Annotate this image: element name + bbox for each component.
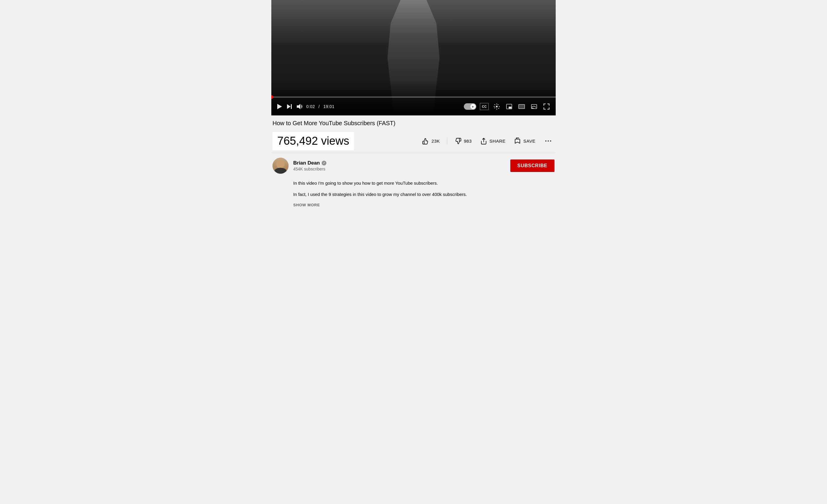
theater-button[interactable] [517,103,526,110]
share-label: SHARE [490,138,505,144]
video-title: How to Get More YouTube Subscribers (FAS… [271,119,556,127]
volume-button[interactable] [296,103,303,110]
verified-icon: ✓ [322,161,327,165]
svg-marker-1 [287,104,291,109]
fullscreen-button[interactable] [542,102,551,111]
svg-point-4 [496,106,498,107]
cast-button[interactable] [530,102,538,111]
save-button[interactable]: SAVE [513,135,537,147]
next-button[interactable] [286,103,293,110]
settings-button[interactable] [492,102,501,111]
channel-name[interactable]: Brian Dean ✓ [293,160,505,166]
subscriber-count: 454K subscribers [293,167,505,171]
like-divider [447,137,447,145]
channel-info-row: Brian Dean ✓ 454K subscribers SUBSCRIBE [271,153,556,178]
dislike-button[interactable]: 983 [453,135,473,147]
svg-rect-6 [509,107,511,108]
more-icon: ··· [545,137,552,145]
svg-rect-2 [291,104,292,109]
view-count: 765,492 views [273,132,354,150]
autoplay-toggle[interactable] [464,103,476,110]
dislike-count: 983 [464,138,472,144]
autoplay-track[interactable] [464,103,476,110]
description-line-2: In fact, I used the 9 strategies in this… [293,191,554,198]
description-section: In this video I'm going to show you how … [271,178,556,212]
time-display: 0:02 [306,104,315,109]
svg-marker-0 [277,104,282,109]
action-buttons: 23K 983 SHARE [421,135,554,147]
autoplay-thumb [470,104,476,109]
save-label: SAVE [523,138,536,144]
more-button[interactable]: ··· [543,136,554,146]
channel-avatar[interactable] [273,158,289,174]
share-button[interactable]: SHARE [479,135,507,147]
avatar-head [276,160,285,168]
svg-marker-3 [297,104,300,109]
show-more-button[interactable]: SHOW MORE [293,203,320,207]
controls-bar: 0:02 / 19:01 CC [271,98,556,115]
play-button[interactable] [276,103,283,110]
cc-button[interactable]: CC [480,103,489,110]
video-info: How to Get More YouTube Subscribers (FAS… [271,115,556,212]
time-separator: / [319,104,320,109]
duration-display: 19:01 [324,104,335,109]
thumbs-down-icon [454,137,461,145]
share-icon [480,137,487,145]
thumbs-up-icon [422,137,429,145]
save-icon [514,137,521,145]
description-line-1: In this video I'm going to show you how … [293,180,554,187]
video-meta-row: 765,492 views 23K 983 [271,130,556,153]
avatar-body [275,168,286,174]
like-count: 23K [432,138,440,144]
avatar-face [273,158,289,174]
miniplayer-button[interactable] [505,102,514,111]
channel-text: Brian Dean ✓ 454K subscribers [293,160,505,171]
svg-rect-8 [519,105,524,108]
like-button[interactable]: 23K [421,135,441,147]
page-container: 0:02 / 19:01 CC [271,0,556,212]
subscribe-button[interactable]: SUBSCRIBE [510,160,554,172]
video-player: 0:02 / 19:01 CC [271,0,556,115]
